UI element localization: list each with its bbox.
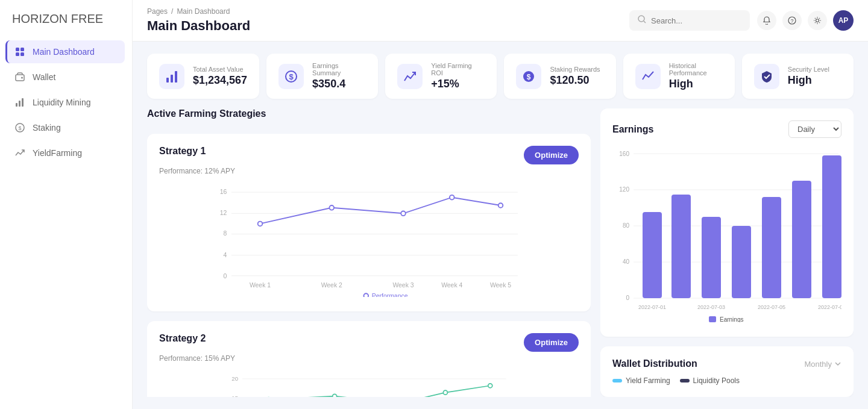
sidebar: HORIZON FREE Main Dashboard xyxy=(0,0,133,409)
stat-label-security: Security Level xyxy=(788,66,829,73)
svg-rect-17 xyxy=(171,75,173,83)
avatar[interactable]: AP xyxy=(833,10,854,31)
svg-rect-16 xyxy=(166,78,169,83)
strategy-2-title: Strategy 2 xyxy=(159,333,206,344)
wallet-legend: Yield Farming Liquidity Pools xyxy=(612,376,841,385)
stat-value-yield-roi: +15% xyxy=(431,78,485,90)
svg-point-37 xyxy=(498,203,503,208)
wallet-dist-period-label: Monthly xyxy=(804,360,832,369)
svg-text:20: 20 xyxy=(231,375,238,382)
optimize-button-1[interactable]: Optimize xyxy=(524,146,579,164)
stat-label-earnings: Earnings Summary xyxy=(312,62,366,76)
search-input[interactable] xyxy=(651,16,741,25)
section-title-farming: Active Farming Strategies xyxy=(147,108,591,119)
logo-text-light: FREE xyxy=(71,12,103,25)
sidebar-item-liquidity-mining[interactable]: Liquidity Mining xyxy=(7,91,125,114)
sidebar-label-liquidity-mining: Liquidity Mining xyxy=(33,98,91,107)
svg-point-33 xyxy=(258,222,263,226)
sidebar-item-main-dashboard[interactable]: Main Dashboard xyxy=(5,40,125,63)
breadcrumb-pages: Pages xyxy=(147,7,168,16)
svg-text:0: 0 xyxy=(224,273,227,279)
stat-info-historical: Historical Performance High xyxy=(669,62,723,90)
earnings-panel-title: Earnings xyxy=(612,124,653,135)
stat-info-security: Security Level High xyxy=(788,66,829,87)
svg-rect-6 xyxy=(16,103,17,107)
svg-text:Performance: Performance xyxy=(372,293,408,297)
grid-icon xyxy=(14,46,25,57)
earnings-panel: Earnings Daily Weekly Monthly 160 120 xyxy=(600,108,854,337)
svg-rect-73 xyxy=(762,197,781,298)
notification-button[interactable] xyxy=(757,11,776,30)
strategy-2-header: Strategy 2 Optimize xyxy=(159,333,579,352)
svg-point-43 xyxy=(363,293,368,297)
svg-text:120: 120 xyxy=(619,186,629,193)
stat-card-yield-roi: Yield Farming ROI +15% xyxy=(385,54,497,99)
wallet-legend-yield-dot xyxy=(612,379,622,382)
sidebar-label-yield-farming: YieldFarming xyxy=(33,148,82,158)
strategy-card-2: Strategy 2 Optimize Performance: 15% APY… xyxy=(147,321,591,397)
svg-text:160: 160 xyxy=(619,151,629,157)
stat-icon-security xyxy=(754,64,779,89)
svg-rect-3 xyxy=(20,52,24,56)
strategy-1-title: Strategy 1 xyxy=(159,146,206,157)
svg-rect-0 xyxy=(16,48,19,51)
strategy-1-chart: 16 12 8 4 0 xyxy=(159,183,579,299)
strategy-card-1: Strategy 1 Optimize Performance: 12% APY… xyxy=(147,134,591,311)
stats-row: Total Asset Value $1,234,567 $ Earnings … xyxy=(147,54,854,99)
svg-point-34 xyxy=(329,205,334,210)
svg-text:$: $ xyxy=(289,72,294,81)
svg-text:2022-07-03: 2022-07-03 xyxy=(697,304,725,310)
stat-info-staking: Staking Rewards $120.50 xyxy=(550,66,600,87)
optimize-button-2[interactable]: Optimize xyxy=(524,333,579,352)
left-column: Active Farming Strategies Strategy 1 Opt… xyxy=(147,108,591,397)
sidebar-item-yield-farming[interactable]: YieldFarming xyxy=(7,142,125,164)
stat-card-security: Security Level High xyxy=(742,54,854,99)
svg-point-11 xyxy=(638,16,644,22)
wallet-dist-period-select[interactable]: Monthly xyxy=(804,360,841,369)
svg-line-12 xyxy=(644,21,646,23)
stat-value-security: High xyxy=(788,74,829,87)
stat-icon-total-asset xyxy=(159,64,184,89)
svg-rect-69 xyxy=(643,212,662,298)
earnings-period-select[interactable]: Daily Weekly Monthly xyxy=(788,120,841,138)
svg-text:2022-07-07: 2022-07-07 xyxy=(818,304,841,310)
page-title: Main Dashboard xyxy=(147,18,250,34)
search-icon xyxy=(638,15,646,26)
wallet-legend-yield-label: Yield Farming xyxy=(626,376,670,385)
svg-rect-72 xyxy=(732,226,751,298)
earnings-panel-header: Earnings Daily Weekly Monthly xyxy=(612,120,841,138)
wallet-dist-header: Wallet Distribution Monthly xyxy=(612,358,841,369)
svg-rect-8 xyxy=(22,98,24,107)
stat-icon-yield-roi xyxy=(397,64,423,89)
stat-icon-earnings: $ xyxy=(278,64,304,89)
sidebar-item-staking[interactable]: $ Staking xyxy=(7,116,125,139)
wallet-distribution-panel: Wallet Distribution Monthly Yield Farmin… xyxy=(600,346,854,397)
header-icons: ? AP xyxy=(757,10,854,31)
earnings-bar-chart: 160 120 80 40 0 xyxy=(612,148,841,325)
svg-text:80: 80 xyxy=(623,222,630,229)
sidebar-item-wallet[interactable]: Wallet xyxy=(7,66,125,89)
stat-label-staking: Staking Rewards xyxy=(550,66,600,73)
svg-rect-2 xyxy=(16,52,19,56)
svg-text:Earnings: Earnings xyxy=(720,316,743,322)
content-area: Total Asset Value $1,234,567 $ Earnings … xyxy=(133,42,868,409)
help-button[interactable]: ? xyxy=(782,11,802,30)
stat-card-earnings: $ Earnings Summary $350.4 xyxy=(266,54,378,99)
settings-button[interactable] xyxy=(808,11,827,30)
wallet-legend-liquidity: Liquidity Pools xyxy=(680,376,740,385)
svg-text:Week 2: Week 2 xyxy=(321,282,342,289)
stat-value-staking: $120.50 xyxy=(550,74,600,87)
svg-text:4: 4 xyxy=(224,252,227,258)
wallet-legend-liquidity-dot xyxy=(680,379,690,382)
strategy-2-performance: Performance: 15% APY xyxy=(159,354,579,363)
wallet-icon xyxy=(14,72,25,83)
svg-text:Week 4: Week 4 xyxy=(441,282,462,289)
svg-rect-1 xyxy=(20,48,24,51)
stat-value-total-asset: $1,234,567 xyxy=(193,74,247,87)
search-box[interactable] xyxy=(629,10,750,31)
svg-text:Week 1: Week 1 xyxy=(250,282,271,289)
sidebar-nav: Main Dashboard Wallet Liquidity Mining xyxy=(0,40,132,164)
svg-point-5 xyxy=(21,77,23,79)
svg-text:2022-07-05: 2022-07-05 xyxy=(758,304,785,310)
strategy-1-performance: Performance: 12% APY xyxy=(159,167,579,175)
